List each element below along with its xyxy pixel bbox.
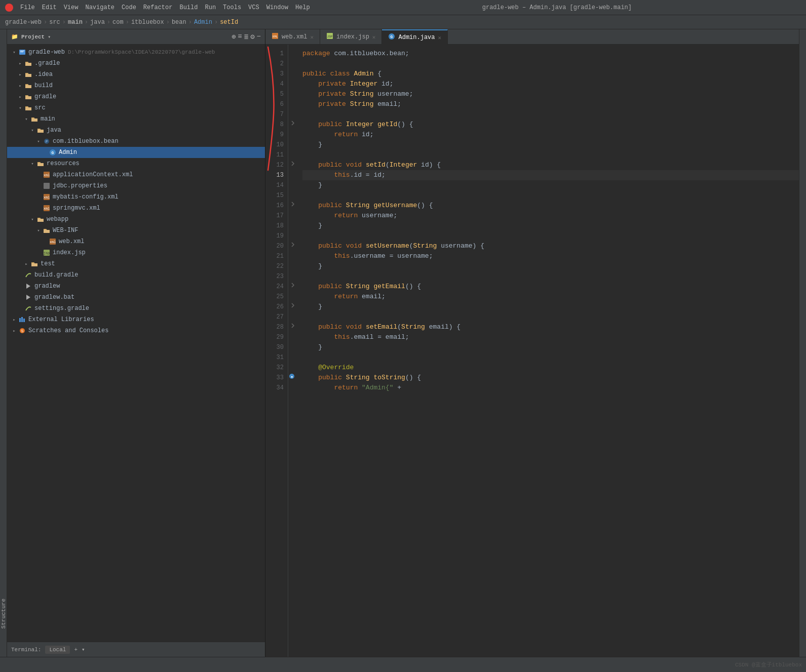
gutter-marker[interactable] [288,231,295,238]
code-line[interactable]: public String toString() { [302,373,799,383]
tree-item-gradlewbat[interactable]: gradlew.bat [7,292,265,303]
gutter-marker[interactable] [288,292,295,299]
terminal-chevron[interactable]: ▾ [82,646,85,653]
code-line[interactable] [302,231,799,241]
tree-item-settingsgradle[interactable]: settings.gradle [7,303,265,314]
code-line[interactable]: private String username; [302,89,799,99]
gutter-marker[interactable] [288,211,295,218]
breadcrumb-item[interactable]: Admin [194,19,212,26]
settings-icon[interactable]: ⚙ [250,32,254,41]
tree-item-webxml[interactable]: xmlweb.xml [7,236,265,247]
menu-item-run[interactable]: Run [202,3,219,12]
code-line[interactable]: } [302,261,799,271]
code-line[interactable]: package com.itbluebox.bean; [302,49,799,59]
code-line[interactable]: } [302,140,799,150]
gutter-marker[interactable] [288,79,295,86]
breadcrumb-item[interactable]: src [49,19,60,26]
gutter-marker[interactable] [288,383,295,390]
gutter-marker[interactable] [288,322,295,329]
tree-item-gradle-web[interactable]: ▾gradle-webD:\ProgramWorkSpace\IDEA\2022… [7,47,265,58]
gutter-marker[interactable] [288,271,295,279]
tree-item-webapp[interactable]: ▾webapp [7,214,265,225]
code-line[interactable]: } [302,180,799,190]
code-line[interactable] [302,109,799,120]
code-line[interactable]: public Integer getId() { [302,120,799,130]
close-icon[interactable]: − [257,32,261,41]
collapse-icon[interactable]: ≡ [238,32,242,41]
dropdown-arrow[interactable]: ▾ [48,34,51,40]
tree-item-webinf[interactable]: ▾WEB-INF [7,225,265,236]
code-line[interactable] [302,150,799,160]
gutter-marker[interactable] [288,342,295,349]
code-line[interactable]: private Integer id; [302,79,799,89]
tab-close-button[interactable]: ✕ [372,34,376,41]
gutter-marker[interactable] [288,282,295,289]
gutter-marker[interactable] [288,160,295,167]
tree-item-jdbc[interactable]: jdbc.properties [7,180,265,191]
structure-tab[interactable]: Structure [0,596,8,631]
breadcrumb-item[interactable]: java [90,19,105,26]
menu-item-view[interactable]: View [61,3,82,12]
gutter-marker[interactable] [288,352,295,360]
menu-item-file[interactable]: File [17,3,38,12]
gutter-marker[interactable] [288,241,295,248]
menu-item-help[interactable]: Help [292,3,313,12]
code-line[interactable] [302,59,799,69]
tab-close-button[interactable]: ✕ [438,34,442,41]
gutter-marker[interactable] [288,221,295,228]
gutter-marker[interactable] [288,69,295,76]
breadcrumb-item[interactable]: main [68,19,83,26]
code-content[interactable]: package com.itbluebox.bean; public class… [298,45,799,657]
tree-item-resources[interactable]: ▾resources [7,158,265,169]
code-line[interactable]: } [302,342,799,352]
gutter-marker[interactable] [288,59,295,66]
code-line[interactable]: public void setId(Integer id) { [302,160,799,170]
breadcrumb-item[interactable]: gradle-web [5,19,42,26]
gutter-marker[interactable] [288,261,295,268]
terminal-tab[interactable]: Local [45,646,70,654]
sort-icon[interactable]: ≣ [244,32,248,41]
code-line[interactable]: } [302,221,799,231]
code-line[interactable] [302,312,799,322]
menu-bar[interactable]: FileEditViewNavigateCodeRefactorBuildRun… [17,3,313,12]
editor-tabs[interactable]: XMLweb.xml✕JSPindex.jsp✕GAdmin.java✕ [265,29,799,45]
code-line[interactable]: private String email; [302,99,799,109]
code-line[interactable]: public void setUsername(String username)… [302,241,799,251]
editor-tab-adminjava-tab[interactable]: GAdmin.java✕ [382,29,448,45]
gutter-marker[interactable] [288,201,295,208]
locate-icon[interactable]: ⊕ [232,32,236,41]
menu-item-code[interactable]: Code [119,3,139,12]
code-line[interactable]: return email; [302,292,799,302]
editor-tab-webxml-tab[interactable]: XMLweb.xml✕ [265,29,320,45]
editor-tab-indexjsp-tab[interactable]: JSPindex.jsp✕ [320,29,382,45]
gutter-marker[interactable] [288,49,295,56]
tree-item-extlibs[interactable]: ▸External Libraries [7,314,265,325]
tree-item-src[interactable]: ▾src [7,102,265,113]
gutter-marker[interactable] [288,109,295,116]
breadcrumb-item[interactable]: bean [172,19,186,26]
gutter-marker[interactable] [288,150,295,157]
code-line[interactable]: public void setEmail(String email) { [302,322,799,332]
tab-close-button[interactable]: ✕ [310,34,314,41]
gutter-marker[interactable] [288,170,295,177]
tree-item-springmvc[interactable]: xmlspringmvc.xml [7,203,265,214]
tree-item-buildgradle[interactable]: build.gradle [7,269,265,281]
tree-item-admin[interactable]: GAdmin [7,147,265,158]
gutter-marker[interactable] [288,180,295,187]
tree-item-scratches[interactable]: ▸SScratches and Consoles [7,325,265,336]
code-line[interactable]: @Override [302,363,799,373]
breadcrumb-item[interactable]: setId [220,19,238,26]
tree-item-build[interactable]: ▸build [7,80,265,91]
code-line[interactable]: this.username = username; [302,251,799,261]
tree-item-main[interactable]: ▾main [7,113,265,125]
menu-item-build[interactable]: Build [176,3,201,12]
code-editor[interactable]: 1234567891011121314151617181920212223242… [265,45,799,657]
tree-item-gradlew[interactable]: gradlew [7,281,265,292]
menu-item-vcs[interactable]: VCS [245,3,262,12]
code-line[interactable]: } [302,302,799,312]
menu-item-window[interactable]: Window [263,3,291,12]
tree-item-bean[interactable]: ▾Pcom.itbluebox.bean [7,136,265,147]
gutter-marker[interactable] [288,140,295,147]
tree-item-gradle[interactable]: ▸.gradle [7,58,265,69]
sidebar-header-icons[interactable]: ⊕ ≡ ≣ ⚙ − [232,32,261,41]
